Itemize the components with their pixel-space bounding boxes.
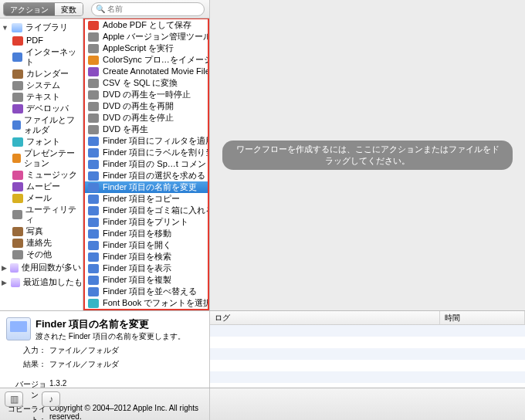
sidebar-item[interactable]: 連絡先 bbox=[0, 237, 83, 249]
table-row bbox=[210, 348, 525, 360]
action-icon bbox=[88, 32, 99, 42]
sidebar-item[interactable]: フォント bbox=[0, 136, 83, 147]
action-icon bbox=[88, 195, 99, 204]
action-label: Finder 項目をゴミ箱に入れる bbox=[103, 205, 208, 215]
sidebar-item[interactable]: ムービー bbox=[0, 181, 83, 192]
action-item[interactable]: Finder 項目をプリント bbox=[85, 216, 208, 228]
category-icon bbox=[12, 210, 22, 219]
action-item[interactable]: DVD の再生を一時停止 bbox=[85, 89, 208, 100]
sidebar-most-used[interactable]: ▶ 使用回数が多いもの bbox=[0, 260, 83, 275]
action-label: Finder 項目を並べ替える bbox=[103, 286, 197, 296]
action-label: CSV を SQL に変換 bbox=[103, 78, 178, 88]
tab-actions[interactable]: アクション bbox=[4, 3, 55, 15]
sidebar-item[interactable]: デベロッパ bbox=[0, 103, 83, 114]
action-icon bbox=[88, 56, 99, 65]
action-icon bbox=[88, 264, 99, 273]
smart-folder-icon bbox=[10, 263, 19, 273]
action-item[interactable]: Font Book 項目にフィルタを適用 bbox=[85, 309, 208, 310]
info-description: 渡された Finder 項目の名前を変更します。 bbox=[36, 331, 203, 342]
log-panel: ログ 時間 bbox=[210, 311, 525, 388]
sidebar-item[interactable]: 写真 bbox=[0, 225, 83, 237]
action-item[interactable]: Finder 項目を開く bbox=[85, 239, 208, 251]
category-icon bbox=[12, 182, 23, 191]
action-item[interactable]: Finder 項目にラベルを割り当てる bbox=[85, 147, 208, 158]
disclosure-triangle-icon[interactable]: ▶ bbox=[2, 279, 8, 286]
media-button[interactable]: ♪ bbox=[42, 391, 60, 407]
action-item[interactable]: CSV を SQL に変換 bbox=[85, 77, 208, 89]
action-label: AppleScript を実行 bbox=[103, 43, 174, 53]
action-label: DVD を再生 bbox=[103, 124, 148, 134]
folder-icon bbox=[12, 23, 22, 32]
action-icon bbox=[88, 229, 99, 239]
sidebar-item-label: ユーティリティ bbox=[25, 205, 81, 225]
action-item[interactable]: AppleScript を実行 bbox=[85, 42, 208, 54]
sidebar-recent[interactable]: ▶ 最近追加したもの bbox=[0, 275, 83, 290]
sidebar-item-label: テキスト bbox=[26, 92, 60, 102]
disclosure-triangle-icon[interactable]: ▶ bbox=[2, 264, 7, 272]
tab-variables[interactable]: 変数 bbox=[55, 3, 83, 15]
action-label: Finder 項目の Sp…t コメントを設定 bbox=[103, 159, 208, 169]
action-item[interactable]: Adobe PDF として保存 bbox=[85, 19, 208, 31]
action-item[interactable]: Finder 項目にフィルタを適用 bbox=[85, 135, 208, 147]
action-item[interactable]: Finder 項目をコピー bbox=[85, 193, 208, 205]
sidebar-item-label: フォント bbox=[26, 137, 60, 147]
action-icon bbox=[88, 160, 99, 169]
action-icon bbox=[88, 79, 99, 88]
sidebar-library-header[interactable]: ▼ ライブラリ bbox=[0, 20, 83, 35]
disclosure-triangle-icon[interactable]: ▼ bbox=[2, 24, 8, 32]
action-icon bbox=[88, 102, 99, 111]
action-item[interactable]: Finder 項目を検索 bbox=[85, 251, 208, 262]
action-icon bbox=[88, 21, 99, 30]
action-label: Finder 項目を検索 bbox=[103, 252, 171, 262]
sidebar-item[interactable]: メール bbox=[0, 192, 83, 204]
sidebar-item-label: インターネット bbox=[25, 47, 81, 67]
log-table-body bbox=[210, 325, 525, 388]
sidebar-item[interactable]: システム bbox=[0, 80, 83, 91]
show-library-button[interactable]: ▥ bbox=[5, 391, 23, 407]
search-input[interactable] bbox=[91, 2, 205, 16]
action-label: Finder 項目をコピー bbox=[103, 194, 180, 204]
sidebar-item[interactable]: プレゼンテーション bbox=[0, 147, 83, 169]
action-item[interactable]: Create Annotated Movie File bbox=[85, 66, 208, 77]
sidebar-item-label: その他 bbox=[26, 249, 52, 259]
sidebar-item-label: デベロッパ bbox=[26, 103, 69, 113]
library-tabs: アクション 変数 🔍 bbox=[0, 0, 209, 19]
sidebar-item[interactable]: インターネット bbox=[0, 46, 83, 68]
action-item[interactable]: Finder 項目を並べ替える bbox=[85, 286, 208, 297]
category-icon bbox=[12, 69, 23, 79]
action-item[interactable]: Finder 項目の名前を変更 bbox=[85, 181, 208, 193]
action-item[interactable]: DVD を再生 bbox=[85, 124, 208, 135]
sidebar-item[interactable]: カレンダー bbox=[0, 68, 83, 80]
action-icon bbox=[88, 137, 99, 146]
sidebar-item[interactable]: テキスト bbox=[0, 91, 83, 103]
tab-segmented[interactable]: アクション 変数 bbox=[3, 2, 83, 16]
action-item[interactable]: Finder 項目を移動 bbox=[85, 228, 208, 239]
sidebar-item-label: システム bbox=[26, 80, 60, 90]
log-col-log[interactable]: ログ bbox=[210, 311, 440, 324]
sidebar-item[interactable]: ミュージック bbox=[0, 169, 83, 181]
action-item[interactable]: Apple バージョン管理ツール bbox=[85, 31, 208, 42]
action-item[interactable]: Finder 項目の選択を求める bbox=[85, 170, 208, 181]
action-item[interactable]: Finder 項目を複製 bbox=[85, 274, 208, 286]
workflow-canvas[interactable]: ワークフローを作成するには、ここにアクションまたはファイルをドラッグしてください… bbox=[210, 0, 525, 310]
action-icon bbox=[88, 183, 99, 192]
sidebar-item[interactable]: その他 bbox=[0, 249, 83, 260]
action-item[interactable]: Finder 項目をゴミ箱に入れる bbox=[85, 205, 208, 216]
action-item[interactable]: Finder 項目を表示 bbox=[85, 262, 208, 274]
action-icon bbox=[88, 148, 99, 158]
action-item[interactable]: Finder 項目の Sp…t コメントを設定 bbox=[85, 158, 208, 170]
action-icon bbox=[88, 44, 99, 53]
sidebar-item[interactable]: PDF bbox=[0, 35, 83, 46]
category-icon bbox=[12, 239, 23, 248]
sidebar-item[interactable]: ファイルとフォルダ bbox=[0, 114, 83, 136]
action-item[interactable]: DVD の再生を再開 bbox=[85, 100, 208, 112]
action-item[interactable]: Font Book でフォントを選択 bbox=[85, 297, 208, 309]
action-label: Font Book でフォントを選択 bbox=[103, 298, 208, 308]
action-icon bbox=[88, 113, 99, 123]
log-col-time[interactable]: 時間 bbox=[440, 311, 525, 324]
sidebar-item-label: ファイルとフォルダ bbox=[24, 115, 81, 135]
sidebar-item[interactable]: ユーティリティ bbox=[0, 204, 83, 225]
action-item[interactable]: DVD の再生を停止 bbox=[85, 112, 208, 124]
action-item[interactable]: ColorSync プロ…をイメージに適用 bbox=[85, 54, 208, 66]
action-icon bbox=[88, 67, 99, 76]
